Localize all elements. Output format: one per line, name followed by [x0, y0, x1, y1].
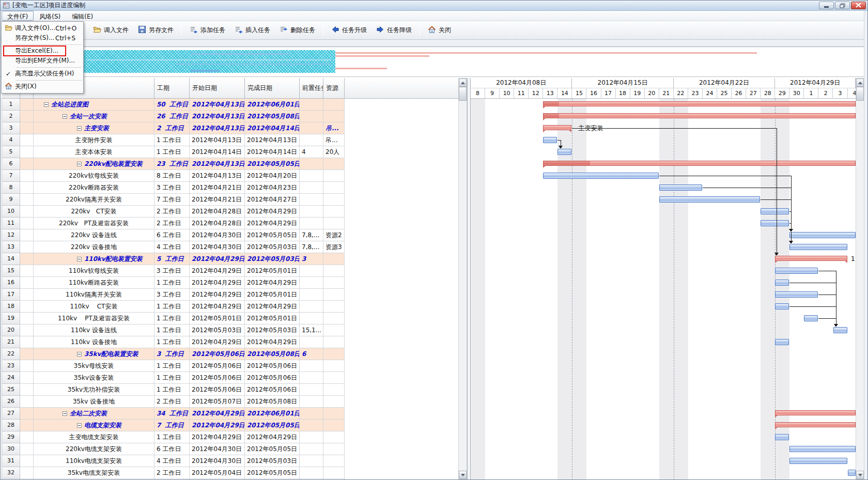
- table-vertical-scrollbar[interactable]: [458, 78, 467, 479]
- task-bar[interactable]: [775, 434, 789, 440]
- menu-edit[interactable]: 编辑(E): [66, 11, 99, 21]
- task-bar[interactable]: [789, 446, 856, 452]
- collapse-icon[interactable]: [77, 126, 82, 131]
- gantt-day-header: 25: [717, 88, 732, 99]
- toolbar-button[interactable]: 插入任务: [230, 23, 275, 38]
- summary-bar[interactable]: [543, 113, 856, 118]
- menu-network[interactable]: 风络(S): [34, 11, 66, 21]
- collapse-icon[interactable]: [77, 257, 82, 261]
- task-bar[interactable]: [789, 232, 856, 238]
- scroll-up-button[interactable]: [459, 79, 467, 87]
- table-row[interactable]: 18110kv CT安装1 工作日2012年04月29日2012年04月29日: [1, 301, 458, 313]
- task-bar[interactable]: [659, 184, 702, 191]
- task-bar[interactable]: [848, 470, 856, 476]
- table-row[interactable]: 3235kv电缆支架安装2 工作日2012年05月04日2012年05月05日: [1, 467, 458, 479]
- restore-button[interactable]: [835, 2, 850, 9]
- table-row[interactable]: 7220kv软母线安装8 工作日2012年04月13日2012年04月20日: [1, 170, 458, 182]
- table-gantt-splitter[interactable]: [467, 78, 471, 479]
- table-row[interactable]: 8220kv断路器安装3 工作日2012年04月21日2012年04月23日: [1, 182, 458, 194]
- menu-item[interactable]: 导出Excel(E)...: [2, 46, 83, 56]
- table-row[interactable]: 2435kv设备安装1 工作日2012年05月06日2012年05月06日: [1, 372, 458, 384]
- summary-bar[interactable]: [543, 101, 856, 106]
- table-row[interactable]: 15110kv软母线安装3 工作日2012年04月29日2012年05月01日: [1, 265, 458, 277]
- task-bar[interactable]: [659, 196, 760, 203]
- table-row[interactable]: 10220kv CT安装2 工作日2012年04月28日2012年04月29日: [1, 206, 458, 218]
- table-row[interactable]: 2535kv无功补偿安装1 工作日2012年05月06日2012年05月06日: [1, 384, 458, 396]
- scroll-down-button[interactable]: [856, 471, 864, 479]
- summary-bar[interactable]: [775, 256, 847, 261]
- table-row[interactable]: 1全站总进度图50 工作日2012年04月13日2012年06月01日: [1, 99, 458, 111]
- task-bar[interactable]: [789, 458, 847, 464]
- toolbar-button[interactable]: 添加任务: [185, 23, 230, 38]
- toolbar-button[interactable]: 调入文件: [88, 23, 133, 38]
- scroll-thumb[interactable]: [459, 87, 467, 101]
- table-row[interactable]: 31110kv电缆支架安装4 工作日2012年04月30日2012年05月03日: [1, 455, 458, 467]
- toolbar-button[interactable]: 删除任务: [275, 23, 320, 38]
- task-bar[interactable]: [775, 303, 789, 309]
- gantt-vertical-scrollbar[interactable]: [856, 78, 864, 479]
- task-start-date: 2012年04月29日: [190, 301, 245, 313]
- table-row[interactable]: 4主变附件安装1 工作日2012年04月13日2012年04月13日吊...: [1, 134, 458, 146]
- collapse-icon[interactable]: [77, 162, 82, 166]
- scroll-down-button[interactable]: [459, 471, 467, 479]
- table-row[interactable]: 6220kv配电装置安装23 工作日2012年04月13日2012年05月05日: [1, 158, 458, 170]
- minimize-button[interactable]: [819, 2, 834, 9]
- task-bar[interactable]: [789, 244, 847, 250]
- menu-item[interactable]: 调入文件(O)...Ctrl+O: [2, 23, 83, 33]
- table-row[interactable]: 5主变本体安装1 工作日2012年04月14日2012年04月14日420人: [1, 146, 458, 158]
- table-row[interactable]: 17110kv隔离开关安装3 工作日2012年04月29日2012年05月01日: [1, 289, 458, 301]
- menu-item[interactable]: ✓高亮显示父级任务(H): [2, 69, 83, 79]
- table-row[interactable]: 2235kv配电装置安装3 工作日2012年05月06日2012年05月08日6: [1, 348, 458, 360]
- menu-file[interactable]: 文件(F): [2, 11, 34, 21]
- menu-item[interactable]: 关闭(X): [2, 82, 83, 91]
- summary-bar[interactable]: [775, 410, 856, 415]
- table-row[interactable]: 2全站一次安装26 工作日2012年04月13日2012年05月08日: [1, 111, 458, 122]
- menu-item[interactable]: 导出到EMF文件(M)...: [2, 56, 83, 66]
- collapse-icon[interactable]: [63, 411, 67, 416]
- table-row[interactable]: 27全站二次安装34 工作日2012年04月29日2012年06月01日: [1, 408, 458, 420]
- table-row[interactable]: 30220kv电缆支架安装6 工作日2012年04月30日2012年05月05日: [1, 443, 458, 455]
- task-bar[interactable]: [775, 339, 789, 345]
- toolbar-button[interactable]: 任务升级: [327, 23, 371, 38]
- task-bar[interactable]: [761, 220, 789, 226]
- table-row[interactable]: 9220kv隔离开关安装7 工作日2012年04月21日2012年04月27日: [1, 194, 458, 206]
- task-bar[interactable]: [833, 327, 847, 333]
- task-bar[interactable]: [543, 137, 557, 143]
- scroll-up-button[interactable]: [856, 79, 864, 87]
- table-row[interactable]: 21110kv 设备接地1 工作日2012年04月29日2012年04月29日: [1, 336, 458, 348]
- table-row[interactable]: 19110kv PT及避雷器安装1 工作日2012年05月01日2012年05月…: [1, 313, 458, 324]
- close-button[interactable]: [851, 2, 866, 9]
- row-number: 6: [2, 158, 20, 170]
- summary-bar[interactable]: [543, 161, 856, 166]
- table-row[interactable]: 2335kv母线安装1 工作日2012年05月06日2012年05月06日: [1, 360, 458, 372]
- table-row[interactable]: 11220kv PT及避雷器安装2 工作日2012年04月28日2012年04月…: [1, 218, 458, 229]
- task-bar[interactable]: [775, 280, 789, 286]
- task-bar[interactable]: [557, 149, 571, 155]
- toolbar-button[interactable]: 关闭: [423, 23, 456, 38]
- collapse-icon[interactable]: [77, 352, 82, 357]
- scroll-thumb[interactable]: [856, 87, 864, 101]
- collapse-icon[interactable]: [77, 423, 82, 428]
- menu-item[interactable]: 另存文件(S)...Ctrl+S: [2, 33, 83, 43]
- summary-bar[interactable]: [543, 125, 571, 130]
- table-row[interactable]: 3主变安装2 工作日2012年04月13日2012年04月14日吊...: [1, 122, 458, 134]
- table-row[interactable]: 13220kv 设备接地4 工作日2012年04月30日2012年05月03日7…: [1, 241, 458, 253]
- task-bar[interactable]: [775, 268, 818, 274]
- table-row[interactable]: 14110kv配电装置安装5 工作日2012年04月29日2012年05月03日…: [1, 253, 458, 265]
- table-row[interactable]: 20110kv 设备连线1 工作日2012年05月03日2012年05月03日1…: [1, 324, 458, 336]
- toolbar-button[interactable]: 任务降级: [371, 23, 416, 38]
- table-row[interactable]: 2635kv 设备接地2 工作日2012年05月07日2012年05月08日: [1, 396, 458, 408]
- collapse-icon[interactable]: [63, 114, 67, 119]
- task-bar[interactable]: [543, 173, 658, 179]
- table-row[interactable]: 28电缆支架安装7 工作日2012年04月29日2012年05月05日: [1, 420, 458, 431]
- summary-bar[interactable]: [775, 422, 856, 427]
- table-row[interactable]: 12220kv 设备连线6 工作日2012年04月30日2012年05月05日7…: [1, 229, 458, 241]
- toolbar-button[interactable]: 另存文件: [133, 23, 178, 38]
- task-resources: [323, 348, 345, 360]
- task-bar[interactable]: [761, 208, 789, 214]
- collapse-icon[interactable]: [44, 102, 49, 107]
- task-bar[interactable]: [804, 315, 818, 321]
- task-bar[interactable]: [775, 291, 818, 298]
- table-row[interactable]: 29主变电缆支架安装1 工作日2012年04月29日2012年04月29日: [1, 431, 458, 443]
- table-row[interactable]: 16110kv断路器安装1 工作日2012年04月29日2012年04月29日: [1, 277, 458, 289]
